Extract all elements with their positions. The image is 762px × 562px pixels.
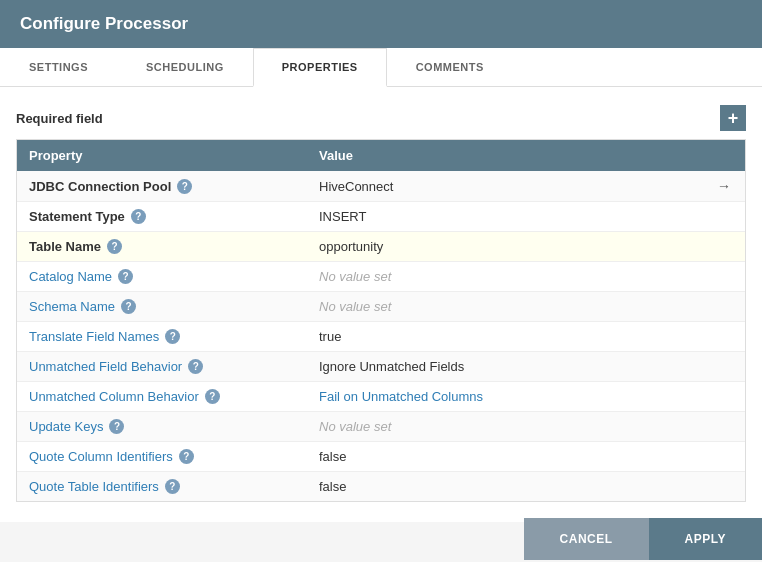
table-row: Catalog Name ? No value set	[17, 262, 745, 292]
properties-table: Property Value JDBC Connection Pool ? Hi…	[16, 139, 746, 502]
table-row: Table Name ? opportunity	[17, 232, 745, 262]
help-icon[interactable]: ?	[179, 449, 194, 464]
table-row: JDBC Connection Pool ? HiveConnect →	[17, 171, 745, 202]
help-icon[interactable]: ?	[118, 269, 133, 284]
help-icon[interactable]: ?	[165, 479, 180, 494]
table-row: Update Keys ? No value set	[17, 412, 745, 442]
help-icon[interactable]: ?	[188, 359, 203, 374]
cancel-button[interactable]: CANCEL	[524, 518, 649, 560]
footer-actions: CANCEL APPLY	[524, 518, 762, 560]
column-value: Value	[307, 140, 705, 171]
tab-scheduling[interactable]: SCHEDULING	[117, 48, 253, 86]
help-icon[interactable]: ?	[165, 329, 180, 344]
help-icon[interactable]: ?	[177, 179, 192, 194]
help-icon[interactable]: ?	[131, 209, 146, 224]
table-row: Statement Type ? INSERT	[17, 202, 745, 232]
tab-properties[interactable]: PROPERTIES	[253, 48, 387, 87]
help-icon[interactable]: ?	[109, 419, 124, 434]
tab-settings[interactable]: SETTINGS	[0, 48, 117, 86]
table-row: Translate Field Names ? true	[17, 322, 745, 352]
arrow-icon[interactable]: →	[717, 178, 731, 194]
header: Configure Processor	[0, 0, 762, 48]
tabs-bar: SETTINGS SCHEDULING PROPERTIES COMMENTS	[0, 48, 762, 87]
page-title: Configure Processor	[20, 14, 188, 33]
table-header: Property Value	[17, 140, 745, 171]
table-row: Unmatched Column Behavior ? Fail on Unma…	[17, 382, 745, 412]
tab-comments[interactable]: COMMENTS	[387, 48, 513, 86]
help-icon[interactable]: ?	[107, 239, 122, 254]
apply-button[interactable]: APPLY	[649, 518, 762, 560]
help-icon[interactable]: ?	[121, 299, 136, 314]
table-row: Unmatched Field Behavior ? Ignore Unmatc…	[17, 352, 745, 382]
column-property: Property	[17, 140, 307, 171]
add-property-button[interactable]: +	[720, 105, 746, 131]
required-field-label: Required field	[16, 111, 103, 126]
table-row: Schema Name ? No value set	[17, 292, 745, 322]
table-row: Quote Column Identifiers ? false	[17, 442, 745, 472]
help-icon[interactable]: ?	[205, 389, 220, 404]
table-row: Quote Table Identifiers ? false	[17, 472, 745, 501]
